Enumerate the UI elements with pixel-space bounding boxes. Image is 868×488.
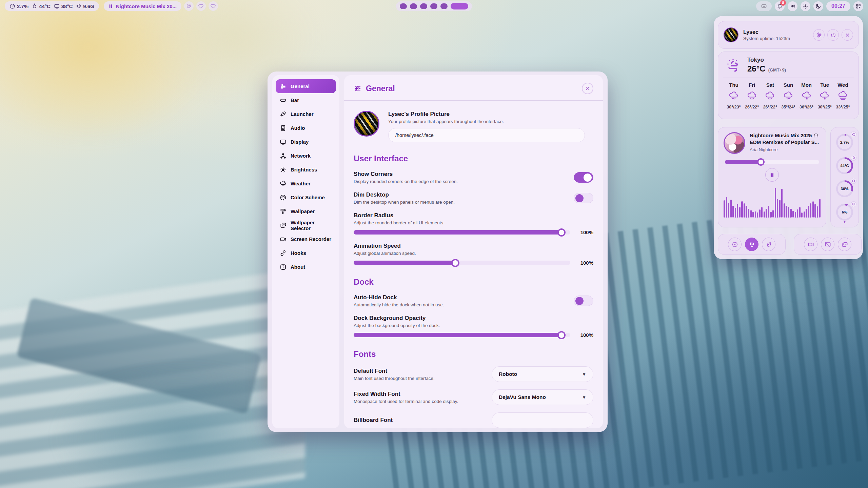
media-title: Nightcore Music Mix 20... bbox=[116, 3, 177, 9]
skull-icon bbox=[186, 3, 192, 9]
dock-opacity-slider[interactable] bbox=[354, 333, 570, 337]
slider-knob[interactable] bbox=[557, 331, 566, 339]
chevron-down-icon: ▼ bbox=[582, 395, 586, 400]
visualizer-bar bbox=[799, 207, 801, 218]
tray-app-button[interactable] bbox=[756, 1, 772, 11]
cloud-rain-icon bbox=[783, 91, 794, 101]
workspace-dot[interactable] bbox=[430, 3, 437, 9]
heart-button-2[interactable] bbox=[209, 1, 218, 11]
profile-desc: Your profile picture that appears throug… bbox=[388, 119, 593, 124]
screenshare-off-button[interactable] bbox=[821, 238, 834, 251]
close-window-button[interactable]: ✕ bbox=[582, 83, 593, 94]
power-icon bbox=[830, 32, 836, 38]
network-icon bbox=[280, 152, 287, 159]
forecast-icons bbox=[724, 91, 852, 101]
default-font-dropdown[interactable]: Roboto ▼ bbox=[492, 366, 593, 382]
settings-sidebar: General Bar Launcher Audio Display Netwo… bbox=[272, 75, 339, 428]
volume-button[interactable] bbox=[788, 1, 797, 11]
system-gauge: 6% bbox=[835, 202, 854, 222]
sidebar-item-brightness[interactable]: Brightness bbox=[276, 163, 336, 177]
slider-knob[interactable] bbox=[557, 228, 566, 237]
track-progress-slider[interactable] bbox=[725, 160, 819, 164]
show-corners-row: Show Corners Display rounded corners on … bbox=[354, 171, 593, 184]
settings-main: General ✕ Lysec's Profile Picture Your p… bbox=[344, 75, 603, 428]
media-pill[interactable]: Nightcore Music Mix 20... bbox=[104, 1, 181, 11]
weather-timezone: (GMT+9) bbox=[768, 67, 786, 73]
sidebar-item-about[interactable]: About bbox=[276, 260, 336, 274]
heart-button[interactable] bbox=[196, 1, 206, 11]
record-button[interactable] bbox=[804, 238, 817, 251]
cloud-fog-icon bbox=[837, 91, 849, 101]
billboard-font-dropdown[interactable] bbox=[492, 412, 593, 428]
workspace-active-pill[interactable] bbox=[451, 3, 468, 9]
skull-button[interactable] bbox=[184, 1, 194, 11]
animation-speed-slider[interactable] bbox=[354, 261, 570, 265]
section-dock: Dock bbox=[354, 277, 593, 287]
slider-knob[interactable] bbox=[757, 158, 765, 166]
workspace-indicator[interactable] bbox=[396, 1, 472, 11]
balanced-profile-button[interactable] bbox=[745, 238, 758, 251]
visualizer-bar bbox=[777, 199, 778, 218]
show-corners-toggle[interactable] bbox=[574, 172, 593, 183]
visualizer-bar bbox=[766, 209, 767, 218]
play-pause-button[interactable] bbox=[765, 168, 779, 182]
overview-button[interactable] bbox=[853, 1, 863, 11]
sidebar-item-bar[interactable]: Bar bbox=[276, 93, 336, 107]
dim-desktop-toggle[interactable] bbox=[574, 193, 593, 203]
visualizer-bar bbox=[786, 206, 787, 218]
screenshot-button[interactable] bbox=[838, 238, 851, 251]
close-panel-button[interactable] bbox=[842, 29, 853, 41]
user-card: Lysec System uptime: 1h23m bbox=[718, 21, 859, 49]
forecast-temps-value: 35°/24° bbox=[781, 105, 795, 109]
sidebar-item-audio[interactable]: Audio bbox=[276, 121, 336, 135]
sidebar-item-screen-recorder[interactable]: Screen Recorder bbox=[276, 232, 336, 246]
sidebar-item-launcher[interactable]: Launcher bbox=[276, 107, 336, 121]
flame-icon bbox=[32, 3, 37, 9]
workspace-dot[interactable] bbox=[440, 3, 448, 9]
powersaver-profile-button[interactable] bbox=[762, 238, 775, 251]
performance-profile-button[interactable] bbox=[728, 238, 742, 251]
sidebar-item-network[interactable]: Network bbox=[276, 149, 336, 163]
notifications-button[interactable]: 8 bbox=[775, 1, 785, 11]
power-button[interactable] bbox=[827, 29, 839, 41]
brightness-button[interactable] bbox=[801, 1, 810, 11]
border-radius-slider[interactable] bbox=[354, 230, 570, 235]
visualizer-bar bbox=[781, 189, 783, 218]
system-gauge: 30% bbox=[835, 179, 854, 199]
night-mode-button[interactable] bbox=[813, 1, 823, 11]
palette-icon bbox=[280, 194, 287, 201]
profile-avatar[interactable] bbox=[354, 111, 379, 137]
sidebar-item-wallpaper[interactable]: Wallpaper bbox=[276, 204, 336, 218]
power-profile-group bbox=[718, 234, 786, 255]
visualizer-bar bbox=[779, 200, 781, 218]
fixed-font-dropdown[interactable]: DejaVu Sans Mono ▼ bbox=[492, 389, 593, 405]
sidebar-item-color-scheme[interactable]: Color Scheme bbox=[276, 190, 336, 204]
visualizer-bar bbox=[728, 203, 729, 218]
sidebar-item-hooks[interactable]: Hooks bbox=[276, 246, 336, 260]
weather-divider bbox=[723, 78, 854, 78]
visualizer-bar bbox=[814, 204, 816, 218]
sidebar-item-wallpaper-selector[interactable]: Wallpaper Selector bbox=[276, 218, 336, 232]
slider-knob[interactable] bbox=[451, 259, 459, 267]
workspace-dot[interactable] bbox=[420, 3, 427, 9]
workspace-dot[interactable] bbox=[410, 3, 417, 9]
cpu-stat: 2.7% bbox=[9, 3, 28, 9]
top-bar: 2.7% 44°C 38°C 9.6G Nightcore Music Mix … bbox=[0, 0, 868, 12]
clock[interactable]: 00:27 bbox=[826, 1, 850, 11]
system-stats-pill[interactable]: 2.7% 44°C 38°C 9.6G bbox=[5, 1, 99, 11]
sidebar-item-weather[interactable]: Weather bbox=[276, 177, 336, 190]
visualizer-bar bbox=[792, 211, 794, 218]
visualizer-bar bbox=[808, 206, 809, 218]
visualizer-bar bbox=[790, 209, 791, 218]
border-radius-row: Border Radius Adjust the rounded border … bbox=[354, 212, 593, 225]
workspace-dot[interactable] bbox=[400, 3, 407, 9]
profile-path-input[interactable]: /home/lysec/.face bbox=[388, 128, 585, 142]
settings-button[interactable] bbox=[813, 29, 825, 41]
weather-card: Tokyo 26°C (GMT+9) ThuFriSatSunMonTueWed… bbox=[718, 52, 859, 119]
page-title: General bbox=[366, 84, 395, 93]
auto-hide-dock-toggle[interactable] bbox=[574, 296, 593, 306]
visualizer-bar bbox=[772, 210, 774, 218]
sidebar-item-display[interactable]: Display bbox=[276, 135, 336, 149]
sidebar-item-general[interactable]: General bbox=[276, 79, 336, 93]
brightness-icon bbox=[280, 166, 287, 173]
